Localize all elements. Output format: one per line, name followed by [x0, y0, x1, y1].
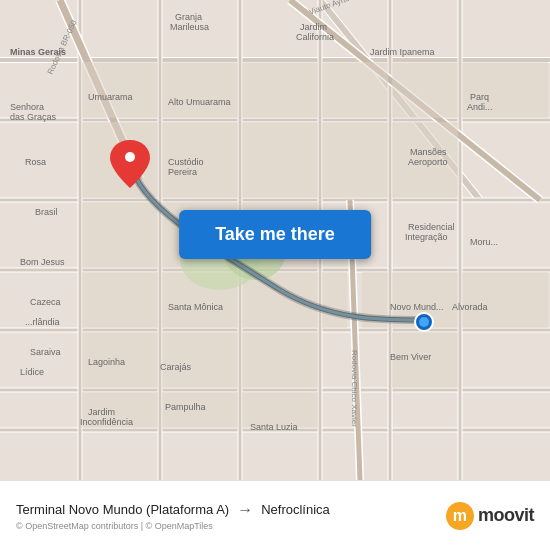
- svg-text:Carajás: Carajás: [160, 362, 192, 372]
- svg-rect-49: [242, 332, 318, 388]
- svg-text:Cazeca: Cazeca: [30, 297, 61, 307]
- svg-text:Senhora: Senhora: [10, 102, 44, 112]
- svg-rect-43: [82, 272, 158, 328]
- moovit-icon: m: [446, 502, 474, 530]
- svg-text:Brasil: Brasil: [35, 207, 58, 217]
- footer-arrow: →: [237, 501, 253, 519]
- svg-text:Rodovia Chico Xavier: Rodovia Chico Xavier: [350, 350, 359, 427]
- svg-text:Aeroporto: Aeroporto: [408, 157, 448, 167]
- svg-rect-35: [82, 62, 158, 118]
- footer-left: Terminal Novo Mundo (Plataforma A) → Nef…: [16, 501, 330, 531]
- footer-origin: Terminal Novo Mundo (Plataforma A): [16, 502, 229, 517]
- svg-text:Minas Gerais: Minas Gerais: [10, 47, 66, 57]
- svg-rect-51: [322, 122, 388, 198]
- footer-logo: m moovit: [446, 502, 534, 530]
- svg-rect-40: [242, 122, 318, 198]
- svg-text:Pereira: Pereira: [168, 167, 197, 177]
- svg-text:Inconfidência: Inconfidência: [80, 417, 133, 427]
- svg-point-105: [125, 152, 135, 162]
- svg-text:das Graças: das Graças: [10, 112, 57, 122]
- svg-text:Santa Luzia: Santa Luzia: [250, 422, 298, 432]
- footer: Terminal Novo Mundo (Plataforma A) → Nef…: [0, 480, 550, 550]
- svg-text:Jardim: Jardim: [300, 22, 327, 32]
- footer-attribution: © OpenStreetMap contributors | © OpenMap…: [16, 521, 213, 531]
- svg-text:Novo Mund...: Novo Mund...: [390, 302, 444, 312]
- svg-text:Bom Jesus: Bom Jesus: [20, 257, 65, 267]
- svg-text:Andi...: Andi...: [467, 102, 493, 112]
- svg-text:Parq: Parq: [470, 92, 489, 102]
- svg-point-107: [419, 317, 429, 327]
- svg-rect-46: [162, 332, 238, 388]
- svg-rect-59: [462, 272, 548, 328]
- svg-text:Marileusa: Marileusa: [170, 22, 209, 32]
- svg-rect-50: [322, 62, 388, 118]
- svg-text:Integração: Integração: [405, 232, 448, 242]
- svg-text:Alvorada: Alvorada: [452, 302, 488, 312]
- svg-text:...rlândia: ...rlândia: [25, 317, 60, 327]
- svg-text:Jardim Ipanema: Jardim Ipanema: [370, 47, 435, 57]
- svg-text:California: California: [296, 32, 334, 42]
- svg-rect-55: [322, 272, 347, 328]
- svg-text:Jardim: Jardim: [88, 407, 115, 417]
- svg-text:Pampulha: Pampulha: [165, 402, 206, 412]
- svg-text:Mansões: Mansões: [410, 147, 447, 157]
- moovit-logo: m moovit: [446, 502, 534, 530]
- svg-rect-39: [242, 62, 318, 118]
- svg-text:Rosa: Rosa: [25, 157, 46, 167]
- svg-text:Lídice: Lídice: [20, 367, 44, 377]
- svg-text:Saraiva: Saraiva: [30, 347, 61, 357]
- moovit-text: moovit: [478, 505, 534, 526]
- svg-text:Residencial: Residencial: [408, 222, 455, 232]
- svg-rect-52: [392, 62, 458, 118]
- svg-text:Santa Mônica: Santa Mônica: [168, 302, 223, 312]
- take-me-there-button[interactable]: Take me there: [179, 210, 371, 259]
- svg-text:Lagoinha: Lagoinha: [88, 357, 125, 367]
- svg-text:Granja: Granja: [175, 12, 202, 22]
- svg-rect-37: [162, 62, 238, 118]
- footer-route: Terminal Novo Mundo (Plataforma A) → Nef…: [16, 501, 330, 519]
- map-container: Rodovia BR-050 Viauto Ayrton Senna Rodov…: [0, 0, 550, 480]
- svg-text:Umuarama: Umuarama: [88, 92, 133, 102]
- svg-text:Bem Viver: Bem Viver: [390, 352, 431, 362]
- svg-text:Custódio: Custódio: [168, 157, 204, 167]
- svg-text:Alto Umuarama: Alto Umuarama: [168, 97, 231, 107]
- footer-destination: Nefroclínica: [261, 502, 330, 517]
- svg-text:Moru...: Moru...: [470, 237, 498, 247]
- svg-rect-41: [82, 202, 158, 268]
